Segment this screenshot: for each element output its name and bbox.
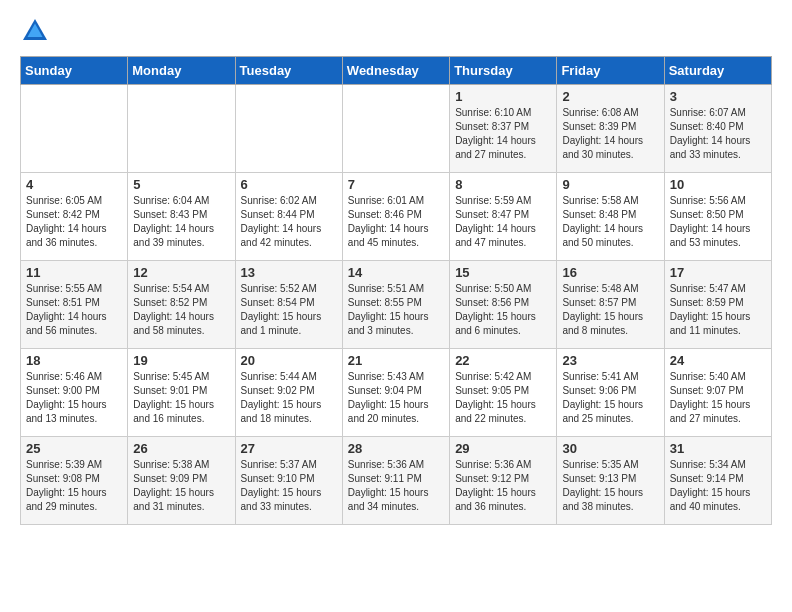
calendar-cell: 19Sunrise: 5:45 AMSunset: 9:01 PMDayligh… [128,349,235,437]
day-info: Sunrise: 5:39 AMSunset: 9:08 PMDaylight:… [26,458,122,514]
day-number: 8 [455,177,551,192]
day-number: 4 [26,177,122,192]
calendar-body: 1Sunrise: 6:10 AMSunset: 8:37 PMDaylight… [21,85,772,525]
day-number: 28 [348,441,444,456]
day-number: 21 [348,353,444,368]
calendar-cell: 22Sunrise: 5:42 AMSunset: 9:05 PMDayligh… [450,349,557,437]
calendar-cell: 7Sunrise: 6:01 AMSunset: 8:46 PMDaylight… [342,173,449,261]
day-info: Sunrise: 5:34 AMSunset: 9:14 PMDaylight:… [670,458,766,514]
day-number: 2 [562,89,658,104]
calendar-cell: 2Sunrise: 6:08 AMSunset: 8:39 PMDaylight… [557,85,664,173]
calendar-week-row: 25Sunrise: 5:39 AMSunset: 9:08 PMDayligh… [21,437,772,525]
day-number: 14 [348,265,444,280]
day-info: Sunrise: 5:55 AMSunset: 8:51 PMDaylight:… [26,282,122,338]
day-number: 10 [670,177,766,192]
day-info: Sunrise: 5:40 AMSunset: 9:07 PMDaylight:… [670,370,766,426]
day-info: Sunrise: 5:47 AMSunset: 8:59 PMDaylight:… [670,282,766,338]
logo [20,16,54,46]
day-info: Sunrise: 5:41 AMSunset: 9:06 PMDaylight:… [562,370,658,426]
day-info: Sunrise: 5:59 AMSunset: 8:47 PMDaylight:… [455,194,551,250]
day-number: 27 [241,441,337,456]
weekday-row: SundayMondayTuesdayWednesdayThursdayFrid… [21,57,772,85]
day-number: 5 [133,177,229,192]
calendar-cell: 5Sunrise: 6:04 AMSunset: 8:43 PMDaylight… [128,173,235,261]
calendar-cell: 11Sunrise: 5:55 AMSunset: 8:51 PMDayligh… [21,261,128,349]
day-number: 18 [26,353,122,368]
day-number: 11 [26,265,122,280]
day-info: Sunrise: 6:08 AMSunset: 8:39 PMDaylight:… [562,106,658,162]
day-info: Sunrise: 5:52 AMSunset: 8:54 PMDaylight:… [241,282,337,338]
day-number: 26 [133,441,229,456]
calendar-cell: 1Sunrise: 6:10 AMSunset: 8:37 PMDaylight… [450,85,557,173]
day-info: Sunrise: 6:04 AMSunset: 8:43 PMDaylight:… [133,194,229,250]
calendar-cell: 26Sunrise: 5:38 AMSunset: 9:09 PMDayligh… [128,437,235,525]
day-info: Sunrise: 5:35 AMSunset: 9:13 PMDaylight:… [562,458,658,514]
calendar-cell: 9Sunrise: 5:58 AMSunset: 8:48 PMDaylight… [557,173,664,261]
day-info: Sunrise: 6:01 AMSunset: 8:46 PMDaylight:… [348,194,444,250]
day-number: 19 [133,353,229,368]
calendar-cell [342,85,449,173]
day-number: 31 [670,441,766,456]
day-info: Sunrise: 6:05 AMSunset: 8:42 PMDaylight:… [26,194,122,250]
day-number: 24 [670,353,766,368]
day-number: 1 [455,89,551,104]
day-number: 3 [670,89,766,104]
day-number: 20 [241,353,337,368]
calendar-cell: 8Sunrise: 5:59 AMSunset: 8:47 PMDaylight… [450,173,557,261]
day-info: Sunrise: 5:36 AMSunset: 9:12 PMDaylight:… [455,458,551,514]
day-info: Sunrise: 5:54 AMSunset: 8:52 PMDaylight:… [133,282,229,338]
calendar-cell: 16Sunrise: 5:48 AMSunset: 8:57 PMDayligh… [557,261,664,349]
day-number: 12 [133,265,229,280]
calendar-cell: 17Sunrise: 5:47 AMSunset: 8:59 PMDayligh… [664,261,771,349]
weekday-header: Wednesday [342,57,449,85]
calendar-cell: 10Sunrise: 5:56 AMSunset: 8:50 PMDayligh… [664,173,771,261]
calendar-cell: 30Sunrise: 5:35 AMSunset: 9:13 PMDayligh… [557,437,664,525]
calendar-week-row: 4Sunrise: 6:05 AMSunset: 8:42 PMDaylight… [21,173,772,261]
calendar-cell: 18Sunrise: 5:46 AMSunset: 9:00 PMDayligh… [21,349,128,437]
calendar-cell: 14Sunrise: 5:51 AMSunset: 8:55 PMDayligh… [342,261,449,349]
day-info: Sunrise: 5:42 AMSunset: 9:05 PMDaylight:… [455,370,551,426]
calendar-cell: 29Sunrise: 5:36 AMSunset: 9:12 PMDayligh… [450,437,557,525]
calendar-cell: 23Sunrise: 5:41 AMSunset: 9:06 PMDayligh… [557,349,664,437]
day-info: Sunrise: 5:56 AMSunset: 8:50 PMDaylight:… [670,194,766,250]
day-info: Sunrise: 5:58 AMSunset: 8:48 PMDaylight:… [562,194,658,250]
day-info: Sunrise: 5:36 AMSunset: 9:11 PMDaylight:… [348,458,444,514]
day-number: 23 [562,353,658,368]
day-info: Sunrise: 5:37 AMSunset: 9:10 PMDaylight:… [241,458,337,514]
calendar-cell: 25Sunrise: 5:39 AMSunset: 9:08 PMDayligh… [21,437,128,525]
day-number: 16 [562,265,658,280]
calendar-cell: 15Sunrise: 5:50 AMSunset: 8:56 PMDayligh… [450,261,557,349]
logo-icon [20,16,50,46]
day-info: Sunrise: 5:48 AMSunset: 8:57 PMDaylight:… [562,282,658,338]
day-number: 9 [562,177,658,192]
calendar-header: SundayMondayTuesdayWednesdayThursdayFrid… [21,57,772,85]
calendar-cell: 6Sunrise: 6:02 AMSunset: 8:44 PMDaylight… [235,173,342,261]
calendar-week-row: 11Sunrise: 5:55 AMSunset: 8:51 PMDayligh… [21,261,772,349]
calendar-week-row: 1Sunrise: 6:10 AMSunset: 8:37 PMDaylight… [21,85,772,173]
calendar-cell: 28Sunrise: 5:36 AMSunset: 9:11 PMDayligh… [342,437,449,525]
calendar-cell: 12Sunrise: 5:54 AMSunset: 8:52 PMDayligh… [128,261,235,349]
calendar-cell [235,85,342,173]
day-info: Sunrise: 5:51 AMSunset: 8:55 PMDaylight:… [348,282,444,338]
calendar-cell: 13Sunrise: 5:52 AMSunset: 8:54 PMDayligh… [235,261,342,349]
calendar-cell: 31Sunrise: 5:34 AMSunset: 9:14 PMDayligh… [664,437,771,525]
day-info: Sunrise: 5:44 AMSunset: 9:02 PMDaylight:… [241,370,337,426]
day-info: Sunrise: 5:43 AMSunset: 9:04 PMDaylight:… [348,370,444,426]
day-info: Sunrise: 6:10 AMSunset: 8:37 PMDaylight:… [455,106,551,162]
day-number: 6 [241,177,337,192]
calendar-week-row: 18Sunrise: 5:46 AMSunset: 9:00 PMDayligh… [21,349,772,437]
day-number: 13 [241,265,337,280]
weekday-header: Friday [557,57,664,85]
day-number: 7 [348,177,444,192]
calendar-cell [21,85,128,173]
day-info: Sunrise: 6:02 AMSunset: 8:44 PMDaylight:… [241,194,337,250]
calendar-cell: 20Sunrise: 5:44 AMSunset: 9:02 PMDayligh… [235,349,342,437]
header [20,16,772,46]
day-number: 22 [455,353,551,368]
day-info: Sunrise: 5:50 AMSunset: 8:56 PMDaylight:… [455,282,551,338]
weekday-header: Sunday [21,57,128,85]
weekday-header: Tuesday [235,57,342,85]
day-number: 30 [562,441,658,456]
weekday-header: Thursday [450,57,557,85]
calendar-cell: 24Sunrise: 5:40 AMSunset: 9:07 PMDayligh… [664,349,771,437]
